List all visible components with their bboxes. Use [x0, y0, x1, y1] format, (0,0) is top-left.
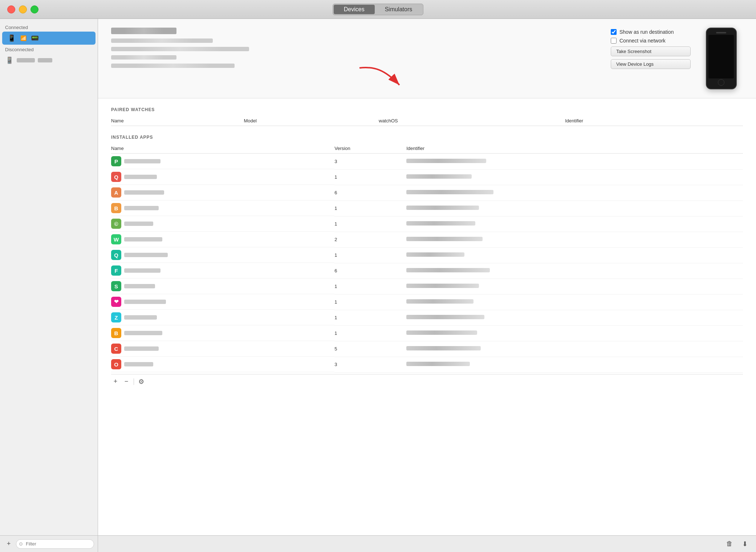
- device-info-4: [111, 64, 235, 68]
- view-device-logs-button[interactable]: View Device Logs: [611, 59, 691, 69]
- iphone-image: [706, 28, 737, 89]
- app-icon: C: [111, 344, 121, 354]
- app-row[interactable]: ❤1: [111, 294, 743, 310]
- app-name: [124, 331, 162, 335]
- app-name: [124, 284, 155, 288]
- app-icon: F: [111, 265, 121, 276]
- paired-watches-header-row: Name Model watchOS Identifier: [111, 116, 743, 126]
- app-version: 1: [334, 216, 406, 232]
- tablet-icon: 📟: [31, 34, 39, 42]
- app-identifier: [406, 237, 483, 241]
- take-screenshot-button[interactable]: Take Screenshot: [611, 46, 691, 56]
- sidebar-item-connected-device[interactable]: 📱 📶 📟: [2, 32, 95, 45]
- filter-wrapper: ⊙: [16, 539, 94, 549]
- installed-apps-header-row: Name Version Identifier: [111, 143, 743, 154]
- app-version: 6: [334, 185, 406, 200]
- app-row[interactable]: B1: [111, 325, 743, 341]
- download-button[interactable]: ⬇: [739, 539, 750, 549]
- app-row[interactable]: B1: [111, 200, 743, 216]
- installed-apps-table: Name Version Identifier P3Q1A6B1©1W2Q1F6…: [111, 143, 743, 373]
- content-area: Show as run destination Connect via netw…: [98, 19, 756, 552]
- app-identifier: [406, 330, 477, 335]
- tab-devices[interactable]: Devices: [334, 5, 375, 14]
- device-image-area: [699, 28, 743, 89]
- app-row[interactable]: C5: [111, 341, 743, 357]
- app-row[interactable]: O3: [111, 357, 743, 372]
- connect-via-network-label: Connect via network: [619, 38, 666, 44]
- table-toolbar: + − ⚙: [111, 374, 743, 387]
- device-name-blur-1: [17, 58, 35, 62]
- app-name: [124, 206, 159, 210]
- app-name: [124, 237, 162, 242]
- app-identifier: [406, 299, 473, 304]
- app-identifier: [406, 159, 486, 163]
- app-version: 3: [334, 154, 406, 170]
- device-name-row: [111, 28, 602, 34]
- tab-switcher: Devices Simulators: [333, 4, 423, 15]
- connected-label: Connected: [0, 23, 98, 32]
- app-icon: B: [111, 328, 121, 338]
- minimize-button[interactable]: [19, 5, 27, 13]
- app-version: 1: [334, 325, 406, 341]
- app-icon: Q: [111, 250, 121, 260]
- sidebar: Connected 📱 📶 📟 Disconnected 📱 + ⊙: [0, 19, 98, 552]
- traffic-lights: [7, 5, 38, 13]
- connect-via-network-row: Connect via network: [611, 38, 691, 44]
- app-icon: A: [111, 187, 121, 198]
- show-run-destination-checkbox[interactable]: [611, 29, 617, 35]
- fullscreen-button[interactable]: [31, 5, 38, 13]
- installed-apps-tbody: P3Q1A6B1©1W2Q1F6S1❤1Z1B1C5O3: [111, 154, 743, 373]
- app-row[interactable]: Z1: [111, 310, 743, 325]
- app-version: 1: [334, 200, 406, 216]
- device-info-3: [111, 55, 176, 60]
- sidebar-item-disconnected-1[interactable]: 📱: [0, 54, 98, 67]
- app-row[interactable]: Q1: [111, 169, 743, 185]
- app-icon: S: [111, 281, 121, 291]
- remove-app-button[interactable]: −: [122, 377, 131, 386]
- app-name: [124, 159, 160, 163]
- app-identifier: [406, 284, 479, 288]
- bottom-bar: 🗑 ⬇: [98, 535, 756, 552]
- connect-via-network-checkbox[interactable]: [611, 38, 617, 44]
- add-device-button[interactable]: +: [4, 539, 14, 549]
- settings-button[interactable]: ⚙: [137, 377, 146, 386]
- app-identifier: [406, 190, 493, 194]
- app-row[interactable]: W2: [111, 232, 743, 247]
- iphone-icon: 📱: [7, 34, 16, 42]
- app-version: 1: [334, 310, 406, 325]
- paired-watches-section: PAIRED WATCHES Name Model watchOS Identi…: [111, 107, 743, 126]
- sidebar-footer: + ⊙: [0, 535, 98, 552]
- paired-watches-table: Name Model watchOS Identifier: [111, 116, 743, 126]
- app-name: [124, 175, 157, 179]
- col-name-watches: Name: [111, 116, 244, 126]
- app-row[interactable]: A6: [111, 185, 743, 200]
- app-version: 2: [334, 232, 406, 247]
- main-layout: Connected 📱 📶 📟 Disconnected 📱 + ⊙: [0, 19, 756, 552]
- app-icon: P: [111, 156, 121, 166]
- app-row[interactable]: S1: [111, 279, 743, 294]
- app-identifier: [406, 268, 490, 272]
- tab-simulators[interactable]: Simulators: [375, 5, 423, 14]
- app-identifier: [406, 221, 475, 226]
- app-row[interactable]: P3: [111, 154, 743, 170]
- app-name: [124, 300, 166, 304]
- iphone-screen: [708, 35, 734, 78]
- app-icon: Z: [111, 312, 121, 322]
- device-details: [111, 28, 602, 70]
- app-row[interactable]: Q1: [111, 247, 743, 263]
- close-button[interactable]: [7, 5, 15, 13]
- filter-input[interactable]: [16, 539, 94, 549]
- app-icon: ©: [111, 219, 121, 229]
- app-identifier: [406, 206, 479, 210]
- app-version: 1: [334, 294, 406, 310]
- app-row[interactable]: F6: [111, 263, 743, 279]
- bottom-bar-right: 🗑 ⬇: [724, 539, 750, 549]
- add-app-button[interactable]: +: [111, 377, 120, 386]
- app-name: [124, 346, 159, 351]
- app-identifier: [406, 174, 472, 179]
- app-icon: O: [111, 359, 121, 369]
- toolbar-divider: [134, 378, 134, 385]
- app-name: [124, 222, 153, 226]
- app-row[interactable]: ©1: [111, 216, 743, 232]
- trash-button[interactable]: 🗑: [724, 539, 735, 549]
